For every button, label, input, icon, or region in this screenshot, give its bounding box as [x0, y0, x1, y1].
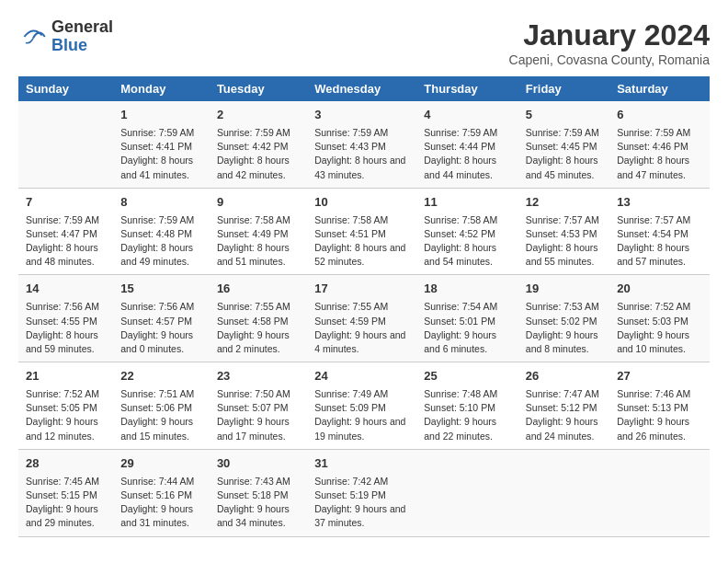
- day-cell: 1 Sunrise: 7:59 AM Sunset: 4:41 PM Dayli…: [113, 101, 210, 188]
- day-cell: 19 Sunrise: 7:53 AM Sunset: 5:02 PM Dayl…: [518, 275, 609, 362]
- day-cell: [18, 101, 113, 188]
- logo: General Blue: [18, 18, 113, 55]
- day-sunset: Sunset: 4:53 PM: [526, 227, 602, 241]
- day-cell: 17 Sunrise: 7:55 AM Sunset: 4:59 PM Dayl…: [307, 275, 416, 362]
- day-number: 14: [26, 281, 106, 298]
- day-number: 29: [120, 455, 202, 473]
- day-number: 30: [217, 455, 300, 473]
- day-sunset: Sunset: 5:01 PM: [424, 315, 511, 328]
- col-header-wednesday: Wednesday: [307, 76, 416, 101]
- day-number: 13: [617, 194, 702, 212]
- week-row-5: 28 Sunrise: 7:45 AM Sunset: 5:15 PM Dayl…: [18, 449, 710, 536]
- logo-general: General: [51, 18, 113, 37]
- logo-blue: Blue: [51, 37, 113, 55]
- day-number: 16: [217, 281, 300, 298]
- day-daylight: Daylight: 8 hours and 42 minutes.: [217, 154, 300, 181]
- day-sunset: Sunset: 5:07 PM: [217, 401, 300, 415]
- day-sunrise: Sunrise: 7:50 AM: [217, 387, 300, 401]
- day-sunset: Sunset: 5:05 PM: [26, 401, 106, 415]
- day-sunrise: Sunrise: 7:55 AM: [314, 300, 409, 314]
- col-header-sunday: Sunday: [18, 76, 113, 101]
- logo-icon: [18, 22, 48, 52]
- day-cell: [518, 449, 609, 536]
- day-daylight: Daylight: 8 hours and 43 minutes.: [314, 154, 409, 181]
- day-sunset: Sunset: 4:46 PM: [617, 140, 702, 154]
- day-cell: [609, 449, 710, 536]
- day-sunset: Sunset: 5:15 PM: [26, 488, 106, 502]
- day-sunrise: Sunrise: 7:51 AM: [120, 387, 202, 401]
- day-number: 25: [424, 368, 511, 385]
- day-sunset: Sunset: 5:02 PM: [526, 315, 602, 328]
- day-number: 24: [314, 368, 409, 385]
- day-sunset: Sunset: 4:55 PM: [26, 315, 106, 328]
- day-cell: 27 Sunrise: 7:46 AM Sunset: 5:13 PM Dayl…: [609, 362, 710, 450]
- day-sunrise: Sunrise: 7:58 AM: [217, 213, 300, 227]
- day-sunrise: Sunrise: 7:57 AM: [617, 213, 702, 227]
- day-sunrise: Sunrise: 7:59 AM: [217, 126, 300, 140]
- day-daylight: Daylight: 9 hours and 22 minutes.: [424, 415, 511, 442]
- day-sunset: Sunset: 5:19 PM: [314, 488, 409, 502]
- day-cell: 25 Sunrise: 7:48 AM Sunset: 5:10 PM Dayl…: [416, 362, 518, 450]
- day-cell: [416, 449, 518, 536]
- day-cell: 18 Sunrise: 7:54 AM Sunset: 5:01 PM Dayl…: [416, 275, 518, 362]
- day-number: 1: [120, 107, 202, 124]
- day-sunset: Sunset: 5:06 PM: [120, 401, 202, 415]
- col-header-friday: Friday: [518, 76, 609, 101]
- main-title: January 2024: [509, 18, 710, 52]
- day-sunset: Sunset: 5:09 PM: [314, 401, 409, 415]
- day-sunset: Sunset: 5:16 PM: [120, 488, 202, 502]
- day-daylight: Daylight: 8 hours and 57 minutes.: [617, 241, 702, 269]
- day-sunrise: Sunrise: 7:49 AM: [314, 387, 409, 401]
- day-sunset: Sunset: 4:51 PM: [314, 227, 409, 241]
- day-daylight: Daylight: 8 hours and 49 minutes.: [120, 241, 202, 269]
- day-daylight: Daylight: 9 hours and 12 minutes.: [26, 415, 106, 442]
- day-daylight: Daylight: 8 hours and 54 minutes.: [424, 241, 511, 269]
- day-cell: 5 Sunrise: 7:59 AM Sunset: 4:45 PM Dayli…: [518, 101, 609, 188]
- day-daylight: Daylight: 9 hours and 4 minutes.: [314, 328, 409, 356]
- day-cell: 20 Sunrise: 7:52 AM Sunset: 5:03 PM Dayl…: [609, 275, 710, 362]
- day-cell: 24 Sunrise: 7:49 AM Sunset: 5:09 PM Dayl…: [307, 362, 416, 450]
- day-sunrise: Sunrise: 7:44 AM: [120, 475, 202, 488]
- day-daylight: Daylight: 9 hours and 34 minutes.: [217, 502, 300, 530]
- day-number: 18: [424, 281, 511, 298]
- day-daylight: Daylight: 8 hours and 45 minutes.: [526, 154, 602, 181]
- day-sunrise: Sunrise: 7:42 AM: [314, 475, 409, 488]
- day-number: 22: [120, 368, 202, 385]
- day-daylight: Daylight: 8 hours and 44 minutes.: [424, 154, 511, 181]
- day-sunrise: Sunrise: 7:58 AM: [424, 213, 511, 227]
- day-daylight: Daylight: 8 hours and 59 minutes.: [26, 328, 106, 356]
- day-cell: 6 Sunrise: 7:59 AM Sunset: 4:46 PM Dayli…: [609, 101, 710, 188]
- day-sunset: Sunset: 4:47 PM: [26, 227, 106, 241]
- day-number: 20: [617, 281, 702, 298]
- day-daylight: Daylight: 9 hours and 37 minutes.: [314, 502, 409, 530]
- col-header-monday: Monday: [113, 76, 210, 101]
- day-cell: 23 Sunrise: 7:50 AM Sunset: 5:07 PM Dayl…: [210, 362, 307, 450]
- day-daylight: Daylight: 9 hours and 8 minutes.: [526, 328, 602, 356]
- day-cell: 28 Sunrise: 7:45 AM Sunset: 5:15 PM Dayl…: [18, 449, 113, 536]
- week-row-1: 1 Sunrise: 7:59 AM Sunset: 4:41 PM Dayli…: [18, 101, 710, 188]
- day-cell: 12 Sunrise: 7:57 AM Sunset: 4:53 PM Dayl…: [518, 188, 609, 275]
- day-daylight: Daylight: 8 hours and 48 minutes.: [26, 241, 106, 269]
- week-row-2: 7 Sunrise: 7:59 AM Sunset: 4:47 PM Dayli…: [18, 188, 710, 275]
- day-cell: 9 Sunrise: 7:58 AM Sunset: 4:49 PM Dayli…: [210, 188, 307, 275]
- day-number: 10: [314, 194, 409, 212]
- day-sunrise: Sunrise: 7:59 AM: [314, 126, 409, 140]
- day-daylight: Daylight: 9 hours and 24 minutes.: [526, 415, 602, 442]
- day-daylight: Daylight: 9 hours and 17 minutes.: [217, 415, 300, 442]
- day-daylight: Daylight: 9 hours and 6 minutes.: [424, 328, 511, 356]
- day-sunrise: Sunrise: 7:57 AM: [526, 213, 602, 227]
- day-daylight: Daylight: 8 hours and 41 minutes.: [120, 154, 202, 181]
- day-sunrise: Sunrise: 7:52 AM: [617, 300, 702, 314]
- day-number: 21: [26, 368, 106, 385]
- day-sunset: Sunset: 5:03 PM: [617, 315, 702, 328]
- day-cell: 11 Sunrise: 7:58 AM Sunset: 4:52 PM Dayl…: [416, 188, 518, 275]
- day-number: 27: [617, 368, 702, 385]
- day-cell: 10 Sunrise: 7:58 AM Sunset: 4:51 PM Dayl…: [307, 188, 416, 275]
- day-daylight: Daylight: 8 hours and 51 minutes.: [217, 241, 300, 269]
- day-cell: 3 Sunrise: 7:59 AM Sunset: 4:43 PM Dayli…: [307, 101, 416, 188]
- day-sunset: Sunset: 4:41 PM: [120, 140, 202, 154]
- day-number: 17: [314, 281, 409, 298]
- day-sunset: Sunset: 5:18 PM: [217, 488, 300, 502]
- day-cell: 16 Sunrise: 7:55 AM Sunset: 4:58 PM Dayl…: [210, 275, 307, 362]
- day-number: 5: [526, 107, 602, 124]
